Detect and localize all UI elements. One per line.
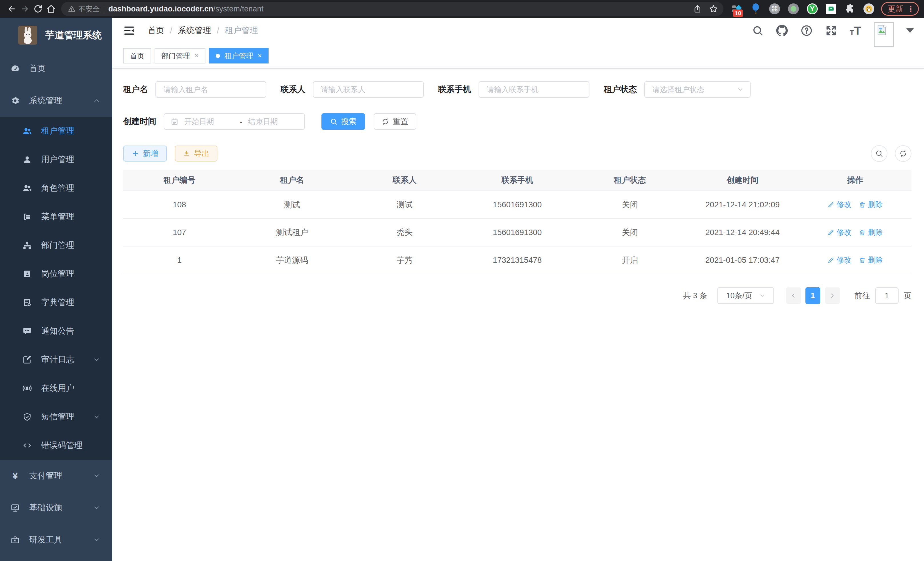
update-button[interactable]: 更新 ⋮ [881,2,919,16]
page-tabs: 首页 部门管理 × 租户管理 × [112,44,924,69]
sidebar-item-menu[interactable]: 菜单管理 [0,202,112,231]
sidebar-item-error-code[interactable]: 错误码管理 [0,431,112,460]
sidebar-item-dict[interactable]: 字典管理 [0,288,112,317]
next-page-button[interactable] [825,287,840,304]
tab-dept[interactable]: 部门管理 × [154,48,206,63]
extension-command-icon[interactable]: ⌘ [769,3,781,15]
sidebar-item-post[interactable]: 岗位管理 [0,260,112,288]
page-size-select[interactable]: 10条/页 [717,287,774,304]
extension-balloon-icon[interactable] [750,3,762,15]
site-security-indicator[interactable]: 不安全 [68,4,100,14]
contact-input[interactable] [313,81,424,98]
extension-tabs-icon[interactable]: 10 [731,3,743,15]
browser-forward-button[interactable] [18,2,32,15]
create-time-label: 创建时间 [123,116,156,127]
sidebar-item-infra[interactable]: 基础设施 [0,492,112,524]
browser-home-button[interactable] [45,2,58,15]
filter-row-2: 创建时间 开始日期 - 结束日期 搜索 重置 [123,113,911,130]
create-time-range-picker[interactable]: 开始日期 - 结束日期 [164,113,305,130]
goto-page-input[interactable] [875,287,898,304]
notice-icon [22,326,33,337]
dashboard-icon [10,63,21,74]
pagination: 共 3 条 10条/页 1 前往 页 [123,287,911,304]
fullscreen-icon[interactable] [825,25,837,37]
browser-back-button[interactable] [5,2,18,15]
mobile-input[interactable] [478,81,590,98]
user-menu-caret-icon[interactable] [906,28,914,33]
system-submenu: 租户管理 用户管理 角色管理 [0,117,112,460]
sidebar-item-tenant[interactable]: 租户管理 [0,117,112,145]
tenant-name-input[interactable] [155,81,266,98]
add-button[interactable]: 新增 [123,146,167,162]
refresh-table-button[interactable] [895,145,911,162]
close-icon[interactable]: × [195,52,199,60]
gear-icon [10,95,21,106]
start-date-placeholder[interactable]: 开始日期 [184,117,234,127]
browser-reload-button[interactable] [32,2,45,15]
browser-menu-icon[interactable]: ⋮ [907,4,915,14]
close-icon[interactable]: × [258,52,262,60]
font-size-icon[interactable]: TT [850,25,861,36]
breadcrumb-home[interactable]: 首页 [148,25,164,36]
page-number-1[interactable]: 1 [806,287,820,304]
extension-avatar-icon[interactable] [863,3,875,15]
delete-link[interactable]: 删除 [859,227,883,237]
sidebar-item-pay[interactable]: ¥ 支付管理 [0,460,112,492]
extension-y-icon[interactable]: Y [806,3,818,15]
sidebar-item-audit-log[interactable]: 审计日志 [0,345,112,374]
prev-page-button[interactable] [786,287,801,304]
breadcrumb-current: 租户管理 [225,25,258,36]
users-icon [22,126,33,136]
extension-chat-icon[interactable] [825,3,837,15]
sidebar-item-notice[interactable]: 通知公告 [0,317,112,345]
tab-home[interactable]: 首页 [123,48,151,63]
help-icon[interactable] [801,25,813,37]
tab-tenant[interactable]: 租户管理 × [209,48,268,63]
toggle-search-button[interactable] [871,145,887,162]
url-bar[interactable]: 不安全 dashboard.yudao.iocoder.cn/system/te… [61,2,723,16]
app-title: 芋道管理系统 [45,29,102,42]
log-icon [22,354,33,365]
security-label: 不安全 [78,4,100,14]
edit-link[interactable]: 修改 [827,255,851,265]
bookmark-star-icon[interactable] [707,3,719,15]
dict-icon [22,297,33,308]
sidebar-item-dept[interactable]: 部门管理 [0,231,112,260]
github-icon[interactable] [776,25,788,37]
edit-link[interactable]: 修改 [827,200,851,210]
collapse-sidebar-icon[interactable] [123,25,135,37]
sidebar-item-system[interactable]: 系统管理 [0,85,112,117]
sidebar-item-user[interactable]: 用户管理 [0,145,112,174]
export-button[interactable]: 导出 [175,146,218,162]
sidebar-menu: 首页 系统管理 租户管理 [0,53,112,556]
edit-link[interactable]: 修改 [827,227,851,237]
sidebar-item-role[interactable]: 角色管理 [0,174,112,202]
goto-label: 前往 [855,290,870,301]
end-date-placeholder[interactable]: 结束日期 [248,117,298,127]
extension-recorder-icon[interactable] [788,3,800,15]
tenant-id: 1 [123,256,236,265]
search-icon[interactable] [752,25,764,36]
chevron-down-icon [93,504,100,511]
sidebar-item-online-user[interactable]: 在线用户 [0,374,112,403]
share-icon[interactable] [692,3,704,15]
sidebar-item-sms[interactable]: 短信管理 [0,403,112,431]
delete-link[interactable]: 删除 [859,255,883,265]
tenant-name: 测试租户 [236,227,348,238]
online-users-icon [22,383,33,394]
table-toolbar: 新增 导出 [123,145,911,162]
reset-button[interactable]: 重置 [374,113,416,130]
app-logo-block[interactable]: 芋道管理系统 [0,18,112,53]
chevron-up-icon [93,97,100,104]
refresh-icon [899,150,907,158]
sidebar-item-dev-tools[interactable]: 研发工具 [0,524,112,556]
sidebar-item-home[interactable]: 首页 [0,53,112,85]
status-select[interactable]: 请选择租户状态 [644,81,751,98]
delete-link[interactable]: 删除 [859,200,883,210]
tenant-status: 关闭 [574,227,686,238]
breadcrumb-system[interactable]: 系统管理 [178,25,211,36]
page-content: 租户名 联系人 联系手机 租户状态 请选择租户状态 [112,69,924,561]
extensions-puzzle-icon[interactable] [844,3,856,15]
search-button[interactable]: 搜索 [321,113,365,130]
breadcrumb-separator: / [170,26,172,35]
